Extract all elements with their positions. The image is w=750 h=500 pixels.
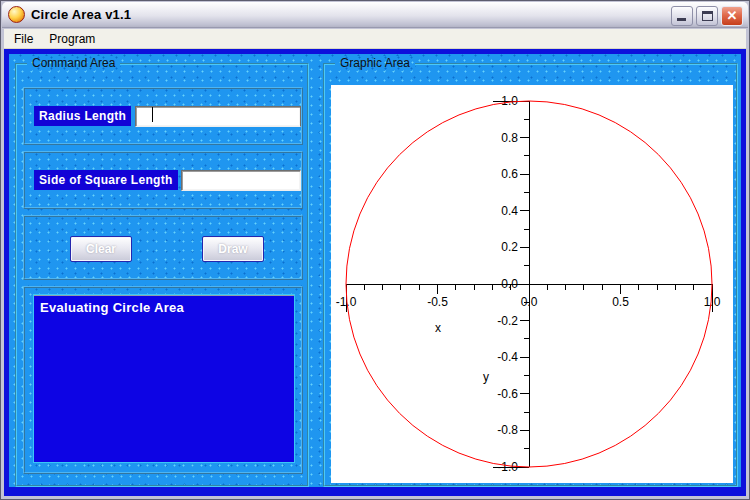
svg-text:0.4: 0.4: [501, 204, 518, 218]
maximize-icon: [702, 11, 713, 21]
minimize-icon: [677, 18, 686, 21]
window-title: Circle Area v1.1: [31, 7, 131, 22]
side-of-square-label: Side of Square Length: [34, 170, 178, 190]
radius-length-input[interactable]: [135, 106, 301, 127]
menu-file[interactable]: File: [6, 30, 41, 48]
svg-text:-0.5: -0.5: [427, 295, 448, 309]
main-panel: Command Area Radius Length Side of Squar…: [9, 54, 741, 487]
command-area-frame: Command Area Radius Length Side of Squar…: [15, 63, 309, 487]
draw-button[interactable]: Draw: [202, 236, 264, 262]
radius-length-label: Radius Length: [34, 106, 131, 126]
svg-text:x: x: [435, 321, 441, 335]
svg-text:0.8: 0.8: [501, 131, 518, 145]
minimize-button[interactable]: [671, 6, 693, 26]
app-window: Circle Area v1.1 ✕ File Program Command …: [0, 0, 750, 500]
side-row: Side of Square Length: [23, 151, 303, 209]
status-row: Evaluating Circle Area: [23, 286, 303, 474]
svg-text:0.2: 0.2: [501, 240, 518, 254]
clear-button[interactable]: Clear: [70, 236, 132, 262]
menu-bar: File Program: [4, 29, 746, 49]
graphic-area-frame: Graphic Area -1.0-0.50.00.51.01.00.80.60…: [323, 63, 738, 487]
svg-text:y: y: [483, 370, 489, 384]
status-textarea[interactable]: Evaluating Circle Area: [34, 295, 294, 462]
command-area-legend: Command Area: [27, 56, 120, 71]
close-button[interactable]: ✕: [721, 6, 743, 26]
window-controls: ✕: [671, 6, 743, 26]
radius-row: Radius Length: [23, 87, 303, 145]
side-of-square-input[interactable]: [181, 170, 301, 191]
maximize-button[interactable]: [696, 6, 718, 26]
text-cursor: [152, 107, 153, 122]
svg-text:-0.2: -0.2: [497, 314, 518, 328]
svg-text:0.5: 0.5: [612, 295, 629, 309]
window-content: Command Area Radius Length Side of Squar…: [4, 49, 746, 496]
svg-text:-0.4: -0.4: [497, 350, 518, 364]
svg-text:-0.6: -0.6: [497, 387, 518, 401]
menu-program[interactable]: Program: [41, 30, 103, 48]
buttons-row: Clear Draw: [23, 215, 303, 280]
graphic-area-legend: Graphic Area: [335, 56, 415, 71]
title-bar[interactable]: Circle Area v1.1 ✕: [2, 2, 748, 28]
svg-text:0.6: 0.6: [501, 167, 518, 181]
plot-canvas: -1.0-0.50.00.51.01.00.80.60.40.20.0-0.2-…: [331, 85, 733, 483]
app-icon: [8, 6, 25, 23]
svg-text:-0.8: -0.8: [497, 423, 518, 437]
